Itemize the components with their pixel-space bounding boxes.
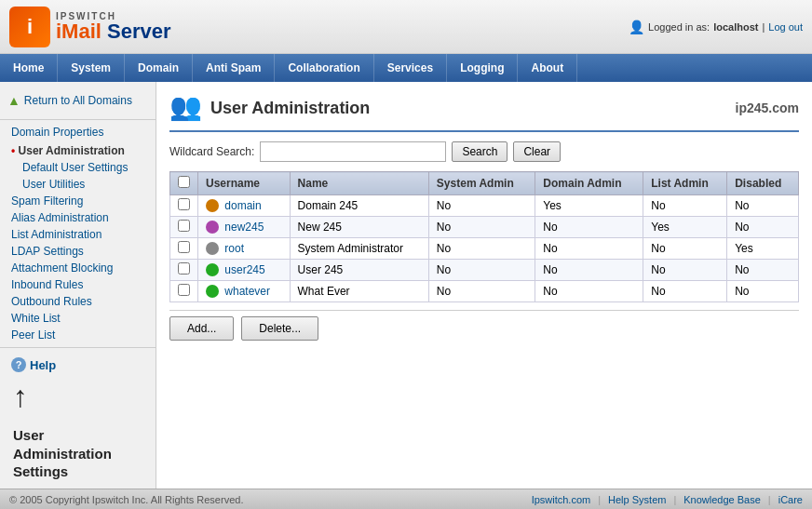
copyright: © 2005 Copyright Ipswitch Inc. All Right… [9, 494, 243, 505]
annotation-arrow-area: ↑ [0, 378, 156, 411]
row-dom-admin-cell: No [535, 217, 643, 238]
select-all-checkbox[interactable] [178, 176, 190, 188]
footer-knowledge-base[interactable]: Knowledge Base [683, 494, 761, 505]
table-row: root System Administrator No No No Yes [170, 238, 799, 260]
search-label: Wildcard Search: [169, 145, 254, 158]
sidebar-white-list[interactable]: White List [0, 310, 156, 327]
user-icon [206, 199, 219, 212]
row-disabled-cell: No [727, 260, 799, 281]
row-checkbox-cell [170, 281, 198, 302]
row-checkbox-cell [170, 195, 198, 217]
username-link[interactable]: root [224, 242, 244, 255]
row-disabled-cell: No [727, 217, 799, 238]
username-link[interactable]: user245 [224, 263, 264, 276]
row-checkbox-cell [170, 260, 198, 281]
th-domain-admin: Domain Admin [535, 172, 643, 195]
clear-button[interactable]: Clear [513, 141, 561, 162]
sidebar-divider-top [0, 119, 156, 120]
annotation-arrow-icon: ↑ [13, 382, 148, 411]
th-username: Username [198, 172, 291, 195]
footer-ipswitch[interactable]: Ipswitch.com [532, 494, 591, 505]
username-link[interactable]: whatever [224, 285, 270, 298]
row-name-cell: New 245 [290, 217, 428, 238]
content: 👥 User Administration ip245.com Wildcard… [156, 82, 812, 489]
add-button[interactable]: Add... [169, 316, 234, 341]
logout-link[interactable]: Log out [768, 21, 803, 33]
row-sys-admin-cell: No [428, 238, 535, 260]
th-name: Name [290, 172, 428, 195]
logo-icon: i [9, 7, 50, 47]
row-checkbox-cell [170, 238, 198, 260]
row-checkbox[interactable] [178, 198, 190, 210]
nav-domain[interactable]: Domain [125, 54, 193, 82]
row-username-cell: domain [198, 195, 291, 217]
footer-help-system[interactable]: Help System [608, 494, 666, 505]
row-disabled-cell: No [727, 195, 799, 217]
user-icon [206, 242, 219, 255]
row-disabled-cell: Yes [727, 238, 799, 260]
sidebar-user-utilities[interactable]: User Utilities [0, 176, 156, 193]
sidebar-list-admin[interactable]: List Administration [0, 226, 156, 243]
row-list-admin-cell: No [643, 238, 727, 260]
help-icon: ? [11, 357, 26, 372]
table-row: user245 User 245 No No No No [170, 260, 799, 281]
logo-product: iMail Server [56, 21, 171, 42]
table-header-row: Username Name System Admin Domain Admin … [170, 172, 799, 195]
username-link[interactable]: domain [224, 199, 261, 212]
row-dom-admin-cell: No [535, 260, 643, 281]
search-button[interactable]: Search [452, 141, 508, 162]
sidebar-spam-filtering[interactable]: Spam Filtering [0, 193, 156, 209]
th-list-admin: List Admin [643, 172, 727, 195]
row-dom-admin-cell: Yes [535, 195, 643, 217]
nav-system[interactable]: System [58, 54, 125, 82]
sidebar-alias-admin[interactable]: Alias Administration [0, 209, 156, 226]
sidebar-peer-list[interactable]: Peer List [0, 327, 156, 343]
sidebar-default-user-settings[interactable]: Default User Settings [0, 159, 156, 176]
row-checkbox[interactable] [178, 220, 190, 232]
nav-antispam[interactable]: Anti Spam [193, 54, 275, 82]
return-to-domains-link[interactable]: Return to All Domains [24, 94, 132, 107]
search-input[interactable] [260, 141, 446, 162]
sidebar-attachment-blocking[interactable]: Attachment Blocking [0, 260, 156, 276]
footer: © 2005 Copyright Ipswitch Inc. All Right… [0, 489, 812, 509]
navbar: Home System Domain Anti Spam Collaborati… [0, 54, 812, 82]
row-sys-admin-cell: No [428, 260, 535, 281]
table-row: domain Domain 245 No Yes No No [170, 195, 799, 217]
search-bar: Wildcard Search: Search Clear [169, 141, 799, 162]
row-name-cell: System Administrator [290, 238, 428, 260]
table-row: whatever What Ever No No No No [170, 281, 799, 302]
username-link[interactable]: new245 [224, 221, 264, 234]
sidebar-ldap-settings[interactable]: LDAP Settings [0, 243, 156, 260]
sidebar-inbound-rules[interactable]: Inbound Rules [0, 276, 156, 293]
nav-about[interactable]: About [518, 54, 577, 82]
row-sys-admin-cell: No [428, 281, 535, 302]
row-checkbox[interactable] [178, 262, 190, 275]
nav-logging[interactable]: Logging [447, 54, 518, 82]
row-list-admin-cell: No [643, 195, 727, 217]
page-title-icon: 👥 [169, 91, 203, 125]
nav-services[interactable]: Services [374, 54, 447, 82]
row-username-cell: whatever [198, 281, 291, 302]
table-body: domain Domain 245 No Yes No No new245 Ne… [170, 195, 799, 302]
nav-collaboration[interactable]: Collaboration [275, 54, 373, 82]
row-list-admin-cell: Yes [643, 217, 727, 238]
row-checkbox[interactable] [178, 284, 190, 296]
nav-home[interactable]: Home [0, 54, 58, 82]
row-sys-admin-cell: No [428, 217, 535, 238]
delete-button[interactable]: Delete... [241, 316, 318, 341]
sidebar-outbound-rules[interactable]: Outbound Rules [0, 293, 156, 310]
row-name-cell: Domain 245 [290, 195, 428, 217]
footer-links: Ipswitch.com | Help System | Knowledge B… [532, 494, 803, 505]
logo-area: i IPSWITCH iMail Server [9, 7, 171, 47]
help-label: Help [30, 358, 56, 372]
row-list-admin-cell: No [643, 260, 727, 281]
footer-icare[interactable]: iCare [778, 494, 803, 505]
sidebar-divider-bottom [0, 347, 156, 348]
sidebar-domain-properties[interactable]: Domain Properties [0, 124, 156, 141]
row-name-cell: What Ever [290, 281, 428, 302]
user-icon [206, 263, 219, 276]
sidebar-help[interactable]: ? Help [0, 352, 156, 378]
row-name-cell: User 245 [290, 260, 428, 281]
row-checkbox[interactable] [178, 241, 190, 253]
th-disabled: Disabled [727, 172, 799, 195]
